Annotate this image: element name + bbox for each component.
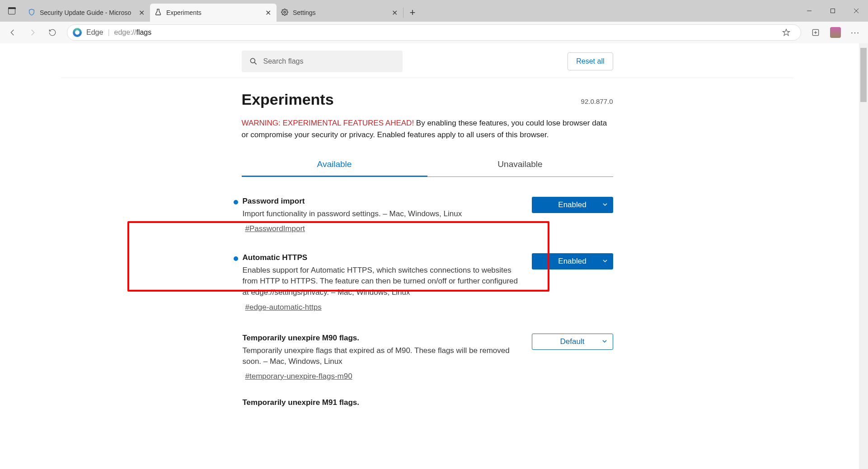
flag-state-select[interactable]: Enabled — [532, 197, 613, 213]
flag-row: Temporarily unexpire M90 flags. Temporar… — [242, 323, 613, 387]
svg-line-7 — [254, 62, 257, 65]
flag-title: Temporarily unexpire M91 flags. — [243, 398, 600, 407]
flag-state-select[interactable]: Default — [532, 334, 613, 350]
tab-actions-button[interactable] — [0, 0, 23, 22]
profile-button[interactable] — [826, 23, 845, 42]
address-separator: | — [108, 28, 109, 37]
avatar — [830, 27, 841, 38]
collections-button[interactable] — [807, 28, 825, 37]
new-tab-button[interactable]: + — [404, 4, 422, 22]
modified-dot-icon — [234, 200, 238, 204]
flag-description: Enables support for Automatic HTTPS, whi… — [243, 265, 518, 298]
search-placeholder: Search flags — [263, 57, 304, 65]
gear-icon — [281, 9, 288, 17]
chevron-down-icon — [602, 257, 608, 266]
page-body: Search flags Reset all Experiments 92.0.… — [0, 43, 859, 469]
flag-hash-link[interactable]: #PasswordImport — [243, 224, 305, 233]
shield-icon — [28, 9, 35, 17]
close-icon[interactable]: ✕ — [264, 9, 272, 17]
svg-point-6 — [250, 58, 255, 63]
warning-text: WARNING: EXPERIMENTAL FEATURES AHEAD! By… — [242, 117, 613, 140]
flag-title: Password import — [243, 197, 518, 206]
flag-title: Automatic HTTPS — [243, 253, 518, 262]
tab-unavailable[interactable]: Unavailable — [427, 154, 613, 177]
chevron-down-icon — [602, 200, 608, 209]
flag-description: Import functionality in password setting… — [243, 209, 518, 220]
reset-all-button[interactable]: Reset all — [568, 52, 613, 70]
modified-dot-icon — [234, 256, 238, 261]
flag-row: Password import Import functionality in … — [242, 186, 613, 240]
tab-experiments[interactable]: Experiments ✕ — [150, 4, 277, 22]
minimize-button[interactable] — [798, 0, 821, 22]
scrollbar-thumb[interactable] — [860, 48, 867, 102]
address-bar[interactable]: Edge | edge://flags — [67, 24, 801, 41]
window-controls — [798, 0, 868, 22]
address-product-label: Edge — [86, 28, 103, 37]
tab-actions-icon — [8, 7, 15, 14]
tab-settings[interactable]: Settings ✕ — [277, 4, 403, 22]
tab-strip: Security Update Guide - Microso ✕ Experi… — [23, 0, 422, 22]
more-menu-button[interactable]: ⋯ — [846, 27, 864, 38]
flag-hash-link[interactable]: #edge-automatic-https — [243, 303, 322, 312]
flag-hash-link[interactable]: #temporary-unexpire-flags-m90 — [243, 372, 352, 381]
tab-title: Experiments — [166, 9, 259, 16]
flag-row: Automatic HTTPS Enables support for Auto… — [242, 240, 613, 323]
svg-point-0 — [284, 11, 286, 13]
tab-available[interactable]: Available — [242, 154, 427, 177]
version-label: 92.0.877.0 — [581, 98, 613, 105]
vertical-scrollbar[interactable] — [859, 43, 868, 469]
flag-description: Temporarily unexpire flags that expired … — [243, 345, 518, 367]
close-window-button[interactable] — [845, 0, 868, 22]
flask-icon — [155, 9, 162, 17]
close-icon[interactable]: ✕ — [390, 9, 399, 17]
window-titlebar: Security Update Guide - Microso ✕ Experi… — [0, 0, 868, 22]
favorite-button[interactable] — [777, 28, 795, 37]
tab-title: Security Update Guide - Microso — [40, 9, 133, 16]
search-icon — [249, 57, 258, 66]
tab-security-update-guide[interactable]: Security Update Guide - Microso ✕ — [23, 4, 150, 22]
chevron-down-icon — [602, 337, 607, 346]
flag-state-select[interactable]: Enabled — [532, 253, 613, 269]
flag-title: Temporarily unexpire M90 flags. — [243, 334, 518, 343]
close-icon[interactable]: ✕ — [137, 9, 145, 17]
tab-title: Settings — [293, 9, 386, 16]
refresh-button[interactable] — [43, 23, 61, 42]
address-url: edge://flags — [114, 28, 152, 37]
forward-button[interactable] — [23, 23, 42, 42]
maximize-button[interactable] — [821, 0, 845, 22]
flag-row: Temporarily unexpire M91 flags. — [242, 387, 613, 407]
filter-tabs: Available Unavailable — [242, 154, 613, 177]
browser-toolbar: Edge | edge://flags ⋯ — [0, 22, 868, 43]
back-button[interactable] — [4, 23, 22, 42]
search-input[interactable]: Search flags — [242, 51, 403, 72]
svg-rect-2 — [831, 9, 835, 13]
page-title: Experiments — [242, 91, 334, 108]
edge-logo-icon — [73, 28, 82, 37]
